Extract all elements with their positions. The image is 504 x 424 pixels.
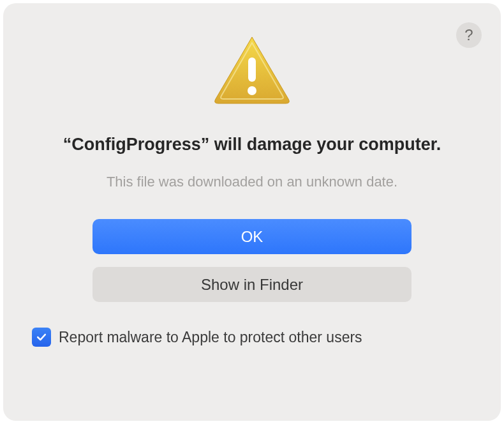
show-in-finder-label: Show in Finder — [201, 276, 303, 294]
svg-rect-0 — [248, 57, 256, 82]
ok-button-label: OK — [241, 228, 263, 246]
dialog-subtitle: This file was downloaded on an unknown d… — [107, 174, 397, 190]
help-icon: ? — [464, 26, 473, 44]
show-in-finder-button[interactable]: Show in Finder — [93, 267, 411, 302]
alert-dialog: ? “ConfigProgress” will damage your comp… — [3, 3, 501, 421]
report-malware-label: Report malware to Apple to protect other… — [59, 329, 362, 346]
dialog-title: “ConfigProgress” will damage your comput… — [63, 133, 441, 156]
svg-point-1 — [248, 86, 256, 95]
report-malware-checkbox[interactable] — [32, 328, 51, 347]
help-button[interactable]: ? — [456, 22, 482, 48]
warning-icon — [211, 32, 293, 111]
ok-button[interactable]: OK — [93, 219, 411, 254]
report-malware-row: Report malware to Apple to protect other… — [29, 328, 362, 347]
checkmark-icon — [35, 331, 48, 344]
